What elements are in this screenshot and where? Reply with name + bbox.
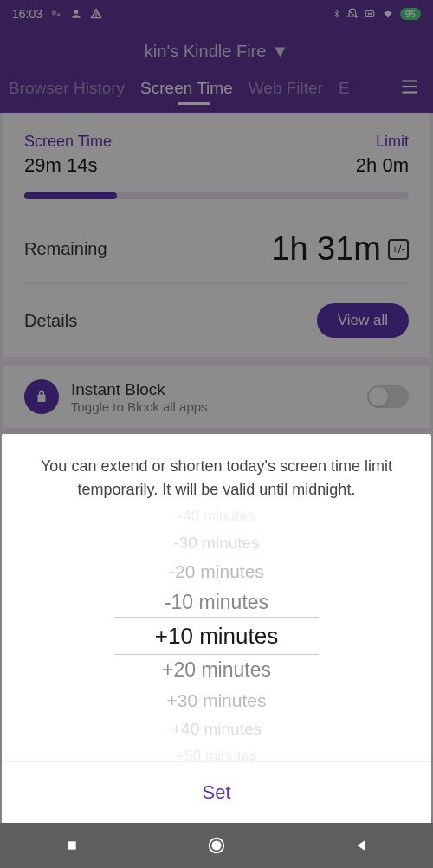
picker-option[interactable]: -30 minutes — [2, 529, 431, 557]
svg-point-11 — [212, 841, 220, 849]
picker-option[interactable]: +20 minutes — [2, 654, 431, 686]
picker-option[interactable]: -10 minutes — [2, 586, 431, 619]
recent-apps-button[interactable] — [59, 832, 85, 858]
picker-option-selected[interactable]: +10 minutes — [2, 619, 431, 654]
set-button[interactable]: Set — [2, 761, 431, 823]
picker-option[interactable]: -20 minutes — [2, 557, 431, 586]
picker-option[interactable]: +40 minutes — [2, 716, 431, 743]
android-nav-bar — [0, 823, 433, 868]
picker-option[interactable]: +50 minutes — [2, 743, 431, 762]
home-button[interactable] — [204, 832, 229, 858]
time-adjust-sheet: You can extend or shorten today's screen… — [2, 434, 431, 823]
time-picker[interactable]: -40 minutes -30 minutes -20 minutes -10 … — [2, 510, 431, 761]
sheet-description: You can extend or shorten today's screen… — [2, 434, 431, 510]
svg-rect-9 — [68, 841, 76, 849]
picker-option[interactable]: -40 minutes — [2, 510, 431, 529]
picker-option[interactable]: +30 minutes — [2, 686, 431, 716]
back-button[interactable] — [348, 832, 374, 858]
